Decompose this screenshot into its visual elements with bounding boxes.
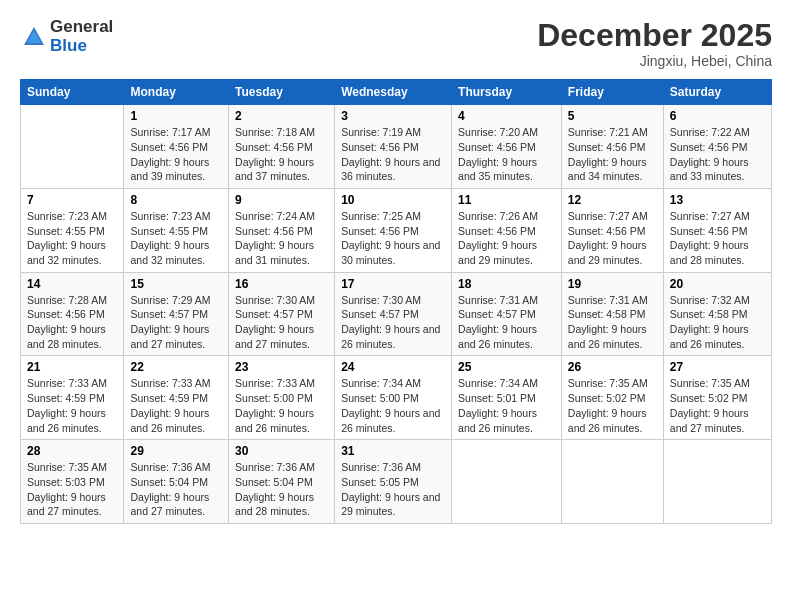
day-info: Sunrise: 7:23 AMSunset: 4:55 PMDaylight:… [27,209,117,268]
day-number: 1 [130,109,222,123]
day-info: Sunrise: 7:35 AMSunset: 5:03 PMDaylight:… [27,460,117,519]
title-month: December 2025 [537,18,772,53]
calendar-cell: 10Sunrise: 7:25 AMSunset: 4:56 PMDayligh… [335,188,452,272]
day-number: 28 [27,444,117,458]
day-info: Sunrise: 7:36 AMSunset: 5:04 PMDaylight:… [130,460,222,519]
day-number: 14 [27,277,117,291]
logo-icon [20,23,48,51]
calendar-cell: 12Sunrise: 7:27 AMSunset: 4:56 PMDayligh… [561,188,663,272]
day-info: Sunrise: 7:33 AMSunset: 4:59 PMDaylight:… [27,376,117,435]
day-info: Sunrise: 7:21 AMSunset: 4:56 PMDaylight:… [568,125,657,184]
day-info: Sunrise: 7:20 AMSunset: 4:56 PMDaylight:… [458,125,555,184]
calendar-cell [21,105,124,189]
header-wednesday: Wednesday [335,80,452,105]
calendar-cell: 23Sunrise: 7:33 AMSunset: 5:00 PMDayligh… [229,356,335,440]
calendar-cell: 30Sunrise: 7:36 AMSunset: 5:04 PMDayligh… [229,440,335,524]
calendar-cell: 8Sunrise: 7:23 AMSunset: 4:55 PMDaylight… [124,188,229,272]
day-info: Sunrise: 7:19 AMSunset: 4:56 PMDaylight:… [341,125,445,184]
calendar-cell [561,440,663,524]
day-info: Sunrise: 7:35 AMSunset: 5:02 PMDaylight:… [568,376,657,435]
calendar-cell: 14Sunrise: 7:28 AMSunset: 4:56 PMDayligh… [21,272,124,356]
day-info: Sunrise: 7:27 AMSunset: 4:56 PMDaylight:… [568,209,657,268]
day-info: Sunrise: 7:34 AMSunset: 5:00 PMDaylight:… [341,376,445,435]
day-info: Sunrise: 7:34 AMSunset: 5:01 PMDaylight:… [458,376,555,435]
header-tuesday: Tuesday [229,80,335,105]
calendar-cell: 7Sunrise: 7:23 AMSunset: 4:55 PMDaylight… [21,188,124,272]
day-number: 22 [130,360,222,374]
day-number: 30 [235,444,328,458]
calendar-cell: 21Sunrise: 7:33 AMSunset: 4:59 PMDayligh… [21,356,124,440]
header: General Blue December 2025 Jingxiu, Hebe… [20,18,772,69]
calendar-cell: 26Sunrise: 7:35 AMSunset: 5:02 PMDayligh… [561,356,663,440]
day-info: Sunrise: 7:17 AMSunset: 4:56 PMDaylight:… [130,125,222,184]
calendar-cell: 18Sunrise: 7:31 AMSunset: 4:57 PMDayligh… [452,272,562,356]
header-friday: Friday [561,80,663,105]
day-number: 19 [568,277,657,291]
calendar-cell: 11Sunrise: 7:26 AMSunset: 4:56 PMDayligh… [452,188,562,272]
day-number: 26 [568,360,657,374]
day-number: 12 [568,193,657,207]
calendar-cell: 2Sunrise: 7:18 AMSunset: 4:56 PMDaylight… [229,105,335,189]
calendar-cell: 28Sunrise: 7:35 AMSunset: 5:03 PMDayligh… [21,440,124,524]
day-info: Sunrise: 7:28 AMSunset: 4:56 PMDaylight:… [27,293,117,352]
calendar-week-3: 14Sunrise: 7:28 AMSunset: 4:56 PMDayligh… [21,272,772,356]
header-saturday: Saturday [663,80,771,105]
day-info: Sunrise: 7:36 AMSunset: 5:05 PMDaylight:… [341,460,445,519]
header-thursday: Thursday [452,80,562,105]
calendar-cell: 17Sunrise: 7:30 AMSunset: 4:57 PMDayligh… [335,272,452,356]
day-number: 3 [341,109,445,123]
day-number: 29 [130,444,222,458]
day-info: Sunrise: 7:31 AMSunset: 4:57 PMDaylight:… [458,293,555,352]
logo-blue: Blue [50,37,113,56]
day-info: Sunrise: 7:32 AMSunset: 4:58 PMDaylight:… [670,293,765,352]
day-number: 6 [670,109,765,123]
day-number: 24 [341,360,445,374]
calendar-cell: 25Sunrise: 7:34 AMSunset: 5:01 PMDayligh… [452,356,562,440]
calendar-cell: 4Sunrise: 7:20 AMSunset: 4:56 PMDaylight… [452,105,562,189]
calendar-cell: 19Sunrise: 7:31 AMSunset: 4:58 PMDayligh… [561,272,663,356]
day-number: 18 [458,277,555,291]
calendar-cell [452,440,562,524]
calendar-cell: 9Sunrise: 7:24 AMSunset: 4:56 PMDaylight… [229,188,335,272]
calendar-cell: 31Sunrise: 7:36 AMSunset: 5:05 PMDayligh… [335,440,452,524]
day-info: Sunrise: 7:33 AMSunset: 4:59 PMDaylight:… [130,376,222,435]
calendar-cell: 20Sunrise: 7:32 AMSunset: 4:58 PMDayligh… [663,272,771,356]
calendar-table: Sunday Monday Tuesday Wednesday Thursday… [20,79,772,524]
day-number: 13 [670,193,765,207]
day-number: 2 [235,109,328,123]
day-number: 11 [458,193,555,207]
day-info: Sunrise: 7:31 AMSunset: 4:58 PMDaylight:… [568,293,657,352]
day-info: Sunrise: 7:30 AMSunset: 4:57 PMDaylight:… [341,293,445,352]
title-block: December 2025 Jingxiu, Hebei, China [537,18,772,69]
day-number: 15 [130,277,222,291]
calendar-cell: 27Sunrise: 7:35 AMSunset: 5:02 PMDayligh… [663,356,771,440]
calendar-week-5: 28Sunrise: 7:35 AMSunset: 5:03 PMDayligh… [21,440,772,524]
calendar-page: General Blue December 2025 Jingxiu, Hebe… [0,0,792,612]
calendar-cell: 6Sunrise: 7:22 AMSunset: 4:56 PMDaylight… [663,105,771,189]
day-number: 23 [235,360,328,374]
day-info: Sunrise: 7:30 AMSunset: 4:57 PMDaylight:… [235,293,328,352]
logo: General Blue [20,18,113,55]
day-number: 5 [568,109,657,123]
logo-general: General [50,18,113,37]
day-number: 16 [235,277,328,291]
calendar-cell: 3Sunrise: 7:19 AMSunset: 4:56 PMDaylight… [335,105,452,189]
calendar-cell: 16Sunrise: 7:30 AMSunset: 4:57 PMDayligh… [229,272,335,356]
calendar-cell: 1Sunrise: 7:17 AMSunset: 4:56 PMDaylight… [124,105,229,189]
day-info: Sunrise: 7:24 AMSunset: 4:56 PMDaylight:… [235,209,328,268]
day-number: 8 [130,193,222,207]
calendar-cell: 15Sunrise: 7:29 AMSunset: 4:57 PMDayligh… [124,272,229,356]
day-info: Sunrise: 7:27 AMSunset: 4:56 PMDaylight:… [670,209,765,268]
calendar-cell: 22Sunrise: 7:33 AMSunset: 4:59 PMDayligh… [124,356,229,440]
day-info: Sunrise: 7:22 AMSunset: 4:56 PMDaylight:… [670,125,765,184]
day-number: 25 [458,360,555,374]
calendar-week-4: 21Sunrise: 7:33 AMSunset: 4:59 PMDayligh… [21,356,772,440]
calendar-week-2: 7Sunrise: 7:23 AMSunset: 4:55 PMDaylight… [21,188,772,272]
day-info: Sunrise: 7:18 AMSunset: 4:56 PMDaylight:… [235,125,328,184]
calendar-cell: 13Sunrise: 7:27 AMSunset: 4:56 PMDayligh… [663,188,771,272]
calendar-cell [663,440,771,524]
day-info: Sunrise: 7:36 AMSunset: 5:04 PMDaylight:… [235,460,328,519]
day-info: Sunrise: 7:33 AMSunset: 5:00 PMDaylight:… [235,376,328,435]
header-monday: Monday [124,80,229,105]
day-number: 4 [458,109,555,123]
